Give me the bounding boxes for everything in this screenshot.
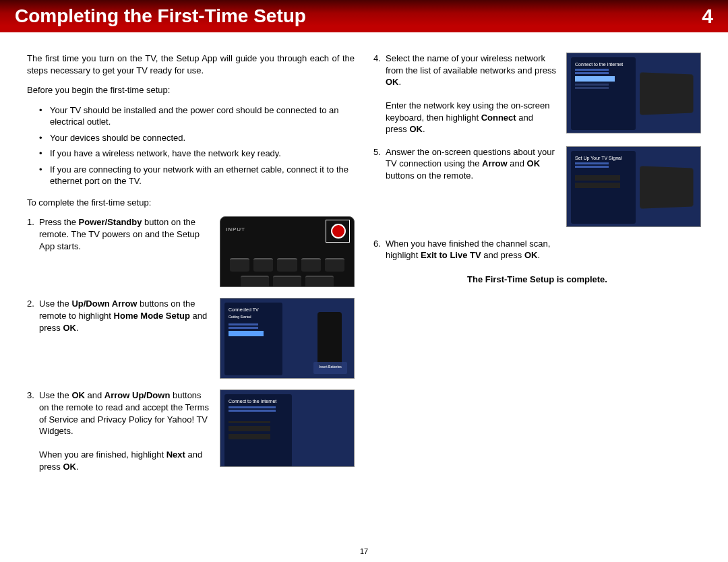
page-body: The first time you turn on the TV, the S…	[0, 32, 728, 472]
step-2: 2. Use the Up/Down Arrow buttons on the …	[27, 298, 355, 379]
chapter-number: 4	[702, 5, 713, 28]
bullet-item: If you are connecting to your network wi…	[39, 164, 355, 187]
step-image	[220, 216, 355, 287]
step-4: 4. Select the name of your wireless netw…	[373, 53, 701, 135]
bullet-item: Your devices should be connected.	[39, 132, 355, 144]
step-number: 3.	[27, 389, 34, 402]
wireless-network-screen: Connect to the Internet	[566, 53, 701, 133]
step-number: 6.	[373, 238, 381, 250]
insert-batteries-label: Insert Batteries	[313, 362, 347, 374]
step-6: 6. When you have finished the channel sc…	[373, 238, 701, 261]
step-text: 1. Press the Power/Standby button on the…	[27, 216, 210, 287]
page-number: 17	[0, 547, 728, 555]
step-image: Set Up Your TV Signal	[566, 146, 701, 227]
bullet-item: If you have a wireless network, have the…	[39, 148, 355, 160]
step-text: 3. Use the OK and Arrow Up/Down buttons …	[27, 389, 210, 472]
intro-text: The first time you turn on the TV, the S…	[27, 53, 355, 76]
step-3: 3. Use the OK and Arrow Up/Down buttons …	[27, 389, 355, 472]
complete-heading: To complete the first-time setup:	[27, 197, 355, 209]
connect-internet-screen: Connect to the Internet	[220, 389, 355, 467]
step-text: 6. When you have finished the channel sc…	[373, 238, 557, 261]
setup-tv-signal-screen: Set Up Your TV Signal	[566, 146, 701, 227]
chapter-header: Completing the First-Time Setup 4	[0, 0, 728, 32]
remote-power-image	[220, 216, 355, 287]
connected-tv-screen: Connected TV Getting Started Insert Batt…	[220, 298, 355, 379]
step-image-empty	[566, 238, 701, 261]
step-1: 1. Press the Power/Standby button on the…	[27, 216, 355, 287]
step-image: Connect to the Internet	[566, 53, 701, 135]
tv-back-icon	[640, 72, 693, 115]
step-number: 1.	[27, 216, 34, 228]
step-text: 2. Use the Up/Down Arrow buttons on the …	[27, 298, 210, 379]
before-bullets: Your TV should be installed and the powe…	[39, 104, 355, 187]
setup-complete-text: The First-Time Setup is complete.	[373, 274, 701, 286]
bullet-item: Your TV should be installed and the powe…	[39, 104, 355, 128]
step-number: 4.	[373, 53, 381, 65]
left-steps: 1. Press the Power/Standby button on the…	[27, 216, 355, 472]
step-image: Connect to the Internet	[220, 389, 355, 472]
step-number: 2.	[27, 298, 34, 310]
step-text: 5. Answer the on-screen questions about …	[373, 146, 557, 227]
left-column: The first time you turn on the TV, the S…	[27, 53, 355, 472]
chapter-title: Completing the First-Time Setup	[15, 5, 702, 27]
step-image: Connected TV Getting Started Insert Batt…	[220, 298, 355, 379]
tv-back-icon	[640, 166, 693, 209]
step-5: 5. Answer the on-screen questions about …	[373, 146, 701, 227]
step-text: 4. Select the name of your wireless netw…	[373, 53, 557, 135]
step-number: 5.	[373, 146, 381, 158]
right-column: 4. Select the name of your wireless netw…	[373, 53, 701, 472]
remote-icon	[317, 312, 342, 367]
before-heading: Before you begin the first-time setup:	[27, 84, 355, 96]
